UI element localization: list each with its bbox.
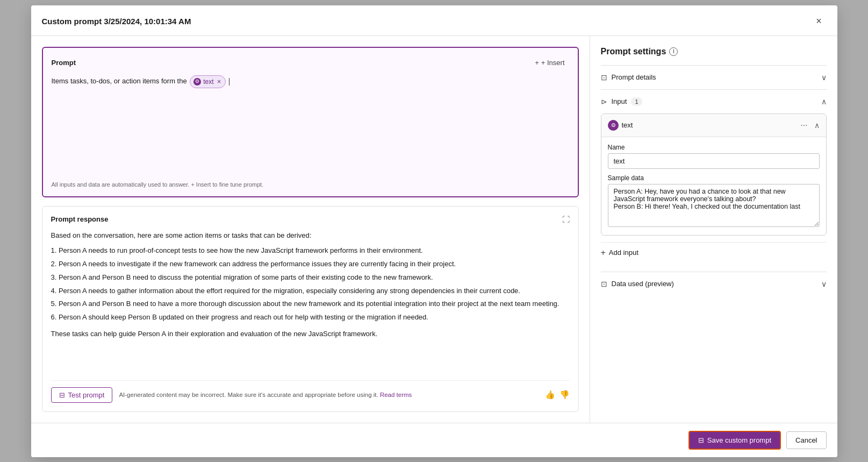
sample-data-input[interactable]: Person A: Hey, have you had a chance to …	[608, 184, 820, 227]
chip-icon: ⊙	[193, 78, 201, 86]
list-item: 6. Person A should keep Person B updated…	[51, 312, 570, 323]
data-used-icon: ⊡	[601, 280, 607, 288]
add-input-label: Add input	[609, 248, 639, 257]
input-card-icon: ⊙	[608, 120, 619, 131]
data-used-chevron: ∨	[821, 280, 827, 288]
input-accordion: ⊳ Input 1 ∧ ⊙ text	[601, 89, 827, 272]
insert-button[interactable]: + + Insert	[530, 56, 569, 69]
input-card-name: text	[622, 121, 633, 129]
plus-icon: +	[535, 59, 539, 67]
save-icon: ⊟	[698, 436, 704, 444]
prompt-section-header: Prompt + + Insert	[52, 56, 569, 69]
save-button[interactable]: ⊟ Save custom prompt	[688, 431, 781, 450]
prompt-details-icon: ⊡	[601, 73, 607, 82]
settings-panel: Prompt settings i ⊡ Prompt details ∨	[590, 36, 837, 423]
feedback-icons: 👍 👎	[545, 390, 570, 400]
info-icon[interactable]: i	[669, 47, 678, 56]
response-label: Prompt response	[51, 215, 109, 223]
response-conclusion: These tasks can help guide Person A in t…	[51, 329, 570, 340]
expand-button[interactable]: ⛶	[562, 215, 570, 224]
prompt-details-label: Prompt details	[612, 73, 656, 81]
prompt-section: Prompt + + Insert Items tasks, to-dos, o…	[42, 47, 579, 197]
chip-label: text	[203, 77, 213, 87]
modal-body: Prompt + + Insert Items tasks, to-dos, o…	[31, 36, 837, 423]
response-footer: ⊟ Test prompt AI-generated content may b…	[51, 380, 570, 403]
list-item: 4. Person A needs to gather information …	[51, 286, 570, 297]
sample-data-label: Sample data	[608, 174, 820, 182]
response-section: Prompt response ⛶ Based on the conversat…	[42, 206, 579, 412]
sample-data-wrap: Person A: Hey, have you had a chance to …	[608, 184, 820, 229]
prompt-text: Items tasks, to-dos, or action items for…	[52, 77, 187, 85]
response-intro: Based on the conversation, here are some…	[51, 230, 570, 241]
list-item: 2. Person A needs to investigate if the …	[51, 259, 570, 270]
read-terms-link[interactable]: Read terms	[380, 392, 412, 398]
sample-data-field: Sample data Person A: Hey, have you had …	[608, 174, 820, 229]
input-accordion-header[interactable]: ⊳ Input 1 ∧	[601, 90, 827, 113]
prompt-details-accordion: ⊡ Prompt details ∨	[601, 65, 827, 89]
collapse-card-button[interactable]: ∧	[814, 121, 820, 130]
name-field: Name	[608, 144, 820, 169]
insert-label: + Insert	[541, 59, 565, 67]
add-icon: +	[601, 248, 606, 258]
prompt-details-header[interactable]: ⊡ Prompt details ∨	[601, 66, 827, 89]
thumbs-down-button[interactable]: 👎	[559, 390, 570, 400]
prompt-content: Items tasks, to-dos, or action items for…	[52, 75, 569, 175]
input-label: Input	[612, 97, 627, 105]
list-item: 1. Person A needs to run proof-of-concep…	[51, 245, 570, 257]
text-cursor	[229, 78, 229, 86]
prompt-details-chevron: ∨	[821, 73, 827, 82]
cancel-button[interactable]: Cancel	[786, 431, 826, 449]
prompt-hint: All inputs and data are automatically us…	[52, 181, 569, 188]
input-accordion-content: ⊙ text ··· ∧ Name	[601, 113, 827, 272]
response-items: 1. Person A needs to run proof-of-concep…	[51, 245, 570, 323]
response-content: Based on the conversation, here are some…	[51, 230, 570, 372]
input-card: ⊙ text ··· ∧ Name	[601, 113, 827, 236]
input-chevron: ∧	[821, 97, 827, 106]
data-used-label: Data used (preview)	[612, 280, 674, 288]
input-icon: ⊳	[601, 97, 607, 106]
list-item: 3. Person A and Person B need to discuss…	[51, 272, 570, 283]
test-prompt-label: Test prompt	[68, 391, 105, 399]
add-input-row[interactable]: + Add input	[601, 242, 827, 263]
more-options-button[interactable]: ···	[798, 119, 809, 131]
modal-overlay: Custom prompt 3/25/2024, 10:01:34 AM × P…	[0, 0, 868, 462]
list-item: 5. Person A and Person B need to have a …	[51, 298, 570, 310]
save-label: Save custom prompt	[707, 436, 771, 444]
name-input[interactable]	[608, 153, 820, 169]
thumbs-up-button[interactable]: 👍	[545, 390, 555, 400]
text-chip: ⊙ text ×	[190, 75, 226, 88]
main-panel: Prompt + + Insert Items tasks, to-dos, o…	[31, 36, 590, 423]
modal-title: Custom prompt 3/25/2024, 10:01:34 AM	[42, 17, 191, 26]
chip-close-button[interactable]: ×	[217, 78, 221, 85]
modal: Custom prompt 3/25/2024, 10:01:34 AM × P…	[31, 5, 837, 457]
modal-footer: ⊟ Save custom prompt Cancel	[31, 423, 837, 457]
input-badge: 1	[631, 97, 642, 106]
data-used-accordion[interactable]: ⊡ Data used (preview) ∨	[601, 272, 827, 296]
modal-header: Custom prompt 3/25/2024, 10:01:34 AM ×	[31, 5, 837, 36]
input-card-actions: ··· ∧	[798, 119, 819, 131]
name-field-label: Name	[608, 144, 820, 151]
ai-disclaimer: AI-generated content may be incorrect. M…	[119, 392, 538, 398]
prompt-label: Prompt	[52, 59, 76, 67]
input-card-header: ⊙ text ··· ∧	[601, 114, 826, 137]
settings-title: Prompt settings i	[601, 47, 827, 56]
input-card-label: ⊙ text	[608, 120, 633, 131]
input-card-body: Name Sample data Person A: Hey, have you…	[601, 137, 826, 235]
test-icon: ⊟	[59, 391, 65, 399]
response-header: Prompt response ⛶	[51, 215, 570, 224]
close-button[interactable]: ×	[812, 14, 827, 29]
test-prompt-button[interactable]: ⊟ Test prompt	[51, 387, 113, 403]
